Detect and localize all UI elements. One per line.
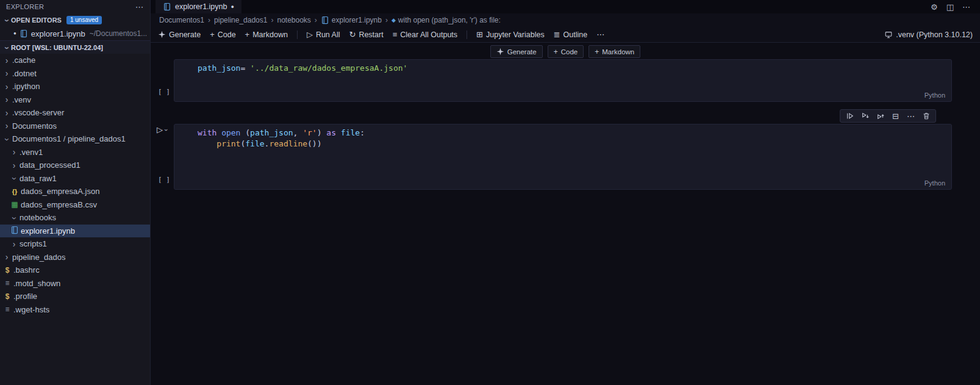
json-file-icon: {}	[10, 188, 20, 195]
notebook-cell-2: ⊟ ⋯ ▷ › [ ] with o	[156, 124, 952, 190]
unsaved-badge: 1 unsaved	[66, 16, 102, 24]
tree-item-scripts1[interactable]: › scripts1	[0, 237, 150, 251]
cell-editor[interactable]: path_json= '../data_raw/dados_empresaA.j…	[174, 59, 952, 102]
modified-dot-icon: ●	[13, 31, 16, 36]
outline-icon: ≣	[554, 30, 560, 39]
execution-count: [ ]	[158, 176, 170, 184]
chevron-down-icon: ›	[10, 214, 19, 222]
cell-editor[interactable]: with open (path_json, 'r') as file: prin…	[174, 124, 952, 190]
chevron-right-icon: ›	[2, 121, 11, 130]
code-line[interactable]: print(file.readline())	[174, 139, 951, 149]
open-editor-item-explorer1[interactable]: ● explorer1.ipynb ~/Documentos1...	[0, 27, 150, 40]
add-markdown-cell-button[interactable]: + Markdown	[245, 30, 288, 39]
chevron-down-icon: ›	[3, 43, 12, 52]
tree-item-bashrc[interactable]: $ .bashrc	[0, 264, 150, 277]
sidebar-header: EXPLORER ⋯	[0, 0, 150, 13]
chevron-right-icon: ›	[2, 95, 11, 104]
tree-item-dados-empresaa-json[interactable]: {} dados_empresaA.json	[0, 185, 150, 198]
tab-explorer1-ipynb[interactable]: explorer1.ipynb ●	[156, 0, 241, 13]
settings-gear-icon[interactable]: ⚙	[931, 2, 938, 12]
generate-button[interactable]: Generate	[158, 31, 201, 39]
tree-item-wget-hsts[interactable]: ≡ .wget-hsts	[0, 303, 150, 317]
kernel-icon	[884, 31, 893, 39]
sidebar-title: EXPLORER	[6, 3, 44, 10]
breadcrumb-item[interactable]: pipeline_dados1	[214, 16, 267, 24]
generate-cell-button[interactable]: Generate	[490, 45, 543, 58]
breadcrumb: Documentos1 › pipeline_dados1 › notebook…	[151, 13, 980, 27]
debug-cell-icon	[876, 112, 885, 120]
chevron-down-icon: ›	[3, 16, 12, 25]
tree-item-venv[interactable]: › .venv	[0, 93, 150, 107]
tree-item-notebooks[interactable]: › notebooks	[0, 211, 150, 225]
insert-markdown-cell-button[interactable]: + Markdown	[588, 45, 640, 58]
toolbar-separator	[467, 31, 467, 39]
editor-area: explorer1.ipynb ● ⚙ ◫ ⋯ Documentos1 › pi…	[151, 0, 980, 385]
add-code-cell-button[interactable]: + Code	[210, 30, 235, 39]
trash-icon	[922, 112, 931, 120]
breadcrumb-item[interactable]: Documentos1	[159, 16, 204, 24]
split-cell-button[interactable]: ⊟	[888, 110, 903, 122]
breadcrumb-item[interactable]: notebooks	[277, 16, 310, 24]
views-more-actions-icon[interactable]: ⋯	[135, 2, 144, 12]
tree-item-data-raw1[interactable]: › data_raw1	[0, 172, 150, 185]
run-all-button[interactable]: ▷ Run All	[307, 30, 340, 39]
tree-item-ipython[interactable]: › .ipython	[0, 80, 150, 93]
tree-item-dados-empresab-csv[interactable]: ▦ dados_empresaB.csv	[0, 198, 150, 212]
notebook-canvas: Generate + Code + Markdown [ ] path_json…	[151, 43, 980, 385]
more-icon: ⋯	[907, 112, 915, 121]
more-actions-icon[interactable]: ⋯	[962, 2, 970, 12]
run-by-line-button[interactable]	[842, 110, 857, 122]
kernel-picker[interactable]: .venv (Python 3.10.12)	[884, 31, 973, 39]
breadcrumb-item-file[interactable]: explorer1.ipynb	[321, 16, 382, 24]
open-editors-label: OPEN EDITORS	[11, 16, 62, 24]
tree-item-explorer1-ipynb[interactable]: explorer1.ipynb	[0, 225, 150, 238]
notebook-file-icon	[321, 16, 329, 24]
tree-item-pipeline-dados[interactable]: › pipeline_dados	[0, 251, 150, 264]
cell-gutter: [ ]	[156, 59, 174, 102]
run-below-button[interactable]	[857, 110, 873, 122]
plus-icon: +	[554, 48, 558, 56]
chevron-down-icon: ›	[3, 135, 12, 143]
clear-all-outputs-button[interactable]: ≡ Clear All Outputs	[393, 30, 457, 39]
outline-button[interactable]: ≣ Outline	[554, 30, 588, 39]
tree-item-cache[interactable]: › .cache	[0, 54, 150, 67]
clear-outputs-icon: ≡	[393, 30, 398, 39]
restart-button[interactable]: ↻ Restart	[349, 30, 383, 39]
split-editor-icon[interactable]: ◫	[946, 2, 954, 12]
symbol-icon: ◆	[392, 17, 396, 23]
tab-bar: explorer1.ipynb ● ⚙ ◫ ⋯	[151, 0, 980, 13]
tree-item-data-processed1[interactable]: › data_processed1	[0, 159, 150, 172]
cell-toolbar: ⊟ ⋯	[840, 109, 936, 123]
shell-script-icon: $	[2, 266, 12, 275]
run-cell-button[interactable]: ▷ ›	[157, 125, 168, 134]
code-line[interactable]: path_json= '../data_raw/dados_empresaA.j…	[174, 63, 951, 74]
tree-item-documentos1-pipeline-dados1[interactable]: › Documentos1 / pipeline_dados1	[0, 132, 150, 146]
tree-item-motd-shown[interactable]: ≡ .motd_shown	[0, 277, 150, 290]
text-file-icon: ≡	[2, 305, 12, 314]
insert-code-cell-button[interactable]: + Code	[548, 45, 584, 58]
debug-cell-button[interactable]	[873, 110, 888, 122]
notebook-toolbar: Generate + Code + Markdown ▷ Run All ↻ R…	[151, 27, 980, 43]
cell-gutter: ▷ › [ ]	[156, 124, 174, 190]
cell-more-actions-button[interactable]: ⋯	[903, 110, 918, 122]
code-line[interactable]: with open (path_json, 'r') as file:	[174, 128, 951, 139]
cell-language-label[interactable]: Python	[925, 179, 945, 187]
tree-item-dotnet[interactable]: › .dotnet	[0, 67, 150, 81]
toolbar-more-actions-button[interactable]: ⋯	[596, 30, 604, 39]
breadcrumb-item-symbol[interactable]: ◆ with open (path_json, 'r') as file:	[392, 16, 501, 24]
tree-item-vscode-server[interactable]: › .vscode-server	[0, 106, 150, 120]
play-icon: ▷	[157, 125, 163, 134]
csv-table-icon: ▦	[10, 200, 20, 209]
chevron-right-icon: ›	[2, 69, 11, 77]
tree-item-documentos[interactable]: › Documentos	[0, 120, 150, 133]
explorer-sidebar: EXPLORER ⋯ › OPEN EDITORS 1 unsaved ● ex…	[0, 0, 151, 385]
root-section-header[interactable]: › ROOT [WSL: UBUNTU-22.04]	[0, 40, 150, 54]
chevron-right-icon: ›	[2, 109, 11, 117]
tree-item-profile[interactable]: $ .profile	[0, 290, 150, 303]
notebook-cell-1: [ ] path_json= '../data_raw/dados_empres…	[156, 59, 952, 102]
delete-cell-button[interactable]	[918, 110, 934, 122]
cell-language-label[interactable]: Python	[925, 92, 945, 99]
jupyter-variables-button[interactable]: ⊞ Jupyter Variables	[476, 30, 545, 39]
tree-item-venv1[interactable]: › .venv1	[0, 146, 150, 159]
open-editors-section-header[interactable]: › OPEN EDITORS 1 unsaved	[0, 13, 150, 27]
